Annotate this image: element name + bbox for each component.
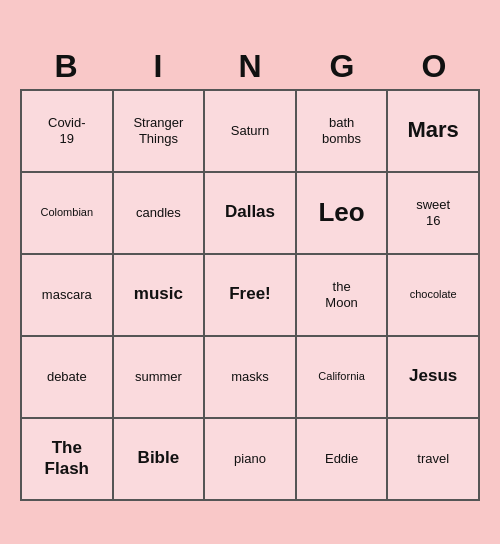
cell-text: Colombian — [41, 206, 94, 219]
header-letter: O — [388, 44, 480, 89]
bingo-cell[interactable]: debate — [22, 337, 114, 419]
cell-text: the Moon — [325, 279, 358, 310]
cell-text: bath bombs — [322, 115, 361, 146]
bingo-cell[interactable]: Covid- 19 — [22, 91, 114, 173]
cell-text: Covid- 19 — [48, 115, 86, 146]
bingo-cell[interactable]: Stranger Things — [114, 91, 206, 173]
bingo-header: BINGO — [20, 44, 480, 89]
bingo-cell[interactable]: mascara — [22, 255, 114, 337]
header-letter: I — [112, 44, 204, 89]
cell-text: Free! — [229, 284, 271, 304]
cell-text: masks — [231, 369, 269, 385]
cell-text: Dallas — [225, 202, 275, 222]
cell-text: Stranger Things — [133, 115, 183, 146]
cell-text: Saturn — [231, 123, 269, 139]
cell-text: sweet 16 — [416, 197, 450, 228]
cell-text: candles — [136, 205, 181, 221]
cell-text: piano — [234, 451, 266, 467]
bingo-cell[interactable]: The Flash — [22, 419, 114, 501]
bingo-grid: Covid- 19Stranger ThingsSaturnbath bombs… — [20, 89, 480, 501]
bingo-cell[interactable]: the Moon — [297, 255, 389, 337]
cell-text: mascara — [42, 287, 92, 303]
bingo-cell[interactable]: chocolate — [388, 255, 480, 337]
cell-text: chocolate — [410, 288, 457, 301]
bingo-cell[interactable]: Jesus — [388, 337, 480, 419]
cell-text: debate — [47, 369, 87, 385]
cell-text: The Flash — [45, 438, 89, 479]
bingo-cell[interactable]: travel — [388, 419, 480, 501]
bingo-cell[interactable]: Dallas — [205, 173, 297, 255]
bingo-cell[interactable]: Leo — [297, 173, 389, 255]
bingo-cell[interactable]: Colombian — [22, 173, 114, 255]
bingo-cell[interactable]: bath bombs — [297, 91, 389, 173]
bingo-cell[interactable]: music — [114, 255, 206, 337]
bingo-cell[interactable]: sweet 16 — [388, 173, 480, 255]
header-letter: B — [20, 44, 112, 89]
bingo-cell[interactable]: California — [297, 337, 389, 419]
cell-text: Leo — [318, 197, 364, 228]
bingo-card: BINGO Covid- 19Stranger ThingsSaturnbath… — [10, 34, 490, 511]
cell-text: California — [318, 370, 364, 383]
header-letter: N — [204, 44, 296, 89]
bingo-cell[interactable]: Mars — [388, 91, 480, 173]
bingo-cell[interactable]: summer — [114, 337, 206, 419]
bingo-cell[interactable]: Eddie — [297, 419, 389, 501]
cell-text: Jesus — [409, 366, 457, 386]
header-letter: G — [296, 44, 388, 89]
cell-text: Mars — [408, 117, 459, 143]
cell-text: Bible — [138, 448, 180, 468]
cell-text: Eddie — [325, 451, 358, 467]
bingo-cell[interactable]: candles — [114, 173, 206, 255]
cell-text: summer — [135, 369, 182, 385]
bingo-cell[interactable]: Bible — [114, 419, 206, 501]
bingo-cell[interactable]: masks — [205, 337, 297, 419]
cell-text: music — [134, 284, 183, 304]
bingo-cell[interactable]: piano — [205, 419, 297, 501]
bingo-cell[interactable]: Free! — [205, 255, 297, 337]
bingo-cell[interactable]: Saturn — [205, 91, 297, 173]
cell-text: travel — [417, 451, 449, 467]
